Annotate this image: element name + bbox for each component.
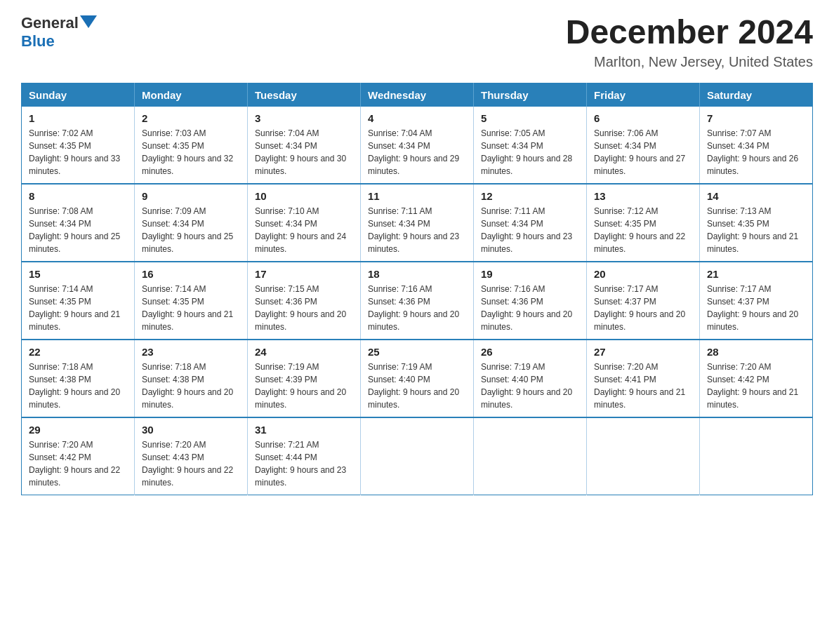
calendar-cell: 8Sunrise: 7:08 AMSunset: 4:34 PMDaylight… — [22, 184, 135, 262]
day-number: 12 — [481, 190, 579, 202]
day-number: 21 — [707, 268, 805, 280]
calendar-cell: 23Sunrise: 7:18 AMSunset: 4:38 PMDayligh… — [135, 340, 248, 417]
calendar-cell: 2Sunrise: 7:03 AMSunset: 4:35 PMDaylight… — [135, 107, 248, 184]
calendar-cell: 19Sunrise: 7:16 AMSunset: 4:36 PMDayligh… — [474, 262, 587, 340]
day-info: Sunrise: 7:16 AMSunset: 4:36 PMDaylight:… — [368, 283, 466, 333]
day-number: 19 — [481, 268, 579, 280]
logo-text: General Blue — [21, 14, 97, 51]
calendar-cell: 20Sunrise: 7:17 AMSunset: 4:37 PMDayligh… — [587, 262, 700, 340]
logo-blue: Blue — [21, 32, 55, 50]
calendar-cell: 15Sunrise: 7:14 AMSunset: 4:35 PMDayligh… — [22, 262, 135, 340]
day-number: 11 — [368, 190, 466, 202]
day-info: Sunrise: 7:11 AMSunset: 4:34 PMDaylight:… — [368, 205, 466, 255]
day-number: 13 — [594, 190, 692, 202]
calendar-cell: 14Sunrise: 7:13 AMSunset: 4:35 PMDayligh… — [700, 184, 813, 262]
day-number: 24 — [255, 346, 353, 358]
calendar-cell: 12Sunrise: 7:11 AMSunset: 4:34 PMDayligh… — [474, 184, 587, 262]
calendar-cell: 3Sunrise: 7:04 AMSunset: 4:34 PMDaylight… — [248, 107, 361, 184]
day-info: Sunrise: 7:12 AMSunset: 4:35 PMDaylight:… — [594, 205, 692, 255]
day-number: 27 — [594, 346, 692, 358]
calendar-cell: 16Sunrise: 7:14 AMSunset: 4:35 PMDayligh… — [135, 262, 248, 340]
weekday-header-monday: Monday — [135, 83, 248, 107]
day-number: 25 — [368, 346, 466, 358]
calendar-cell: 31Sunrise: 7:21 AMSunset: 4:44 PMDayligh… — [248, 417, 361, 495]
day-number: 3 — [255, 112, 353, 124]
day-info: Sunrise: 7:03 AMSunset: 4:35 PMDaylight:… — [142, 127, 240, 177]
day-info: Sunrise: 7:17 AMSunset: 4:37 PMDaylight:… — [707, 283, 805, 333]
day-number: 22 — [29, 346, 127, 358]
calendar-cell: 5Sunrise: 7:05 AMSunset: 4:34 PMDaylight… — [474, 107, 587, 184]
day-info: Sunrise: 7:09 AMSunset: 4:34 PMDaylight:… — [142, 205, 240, 255]
day-number: 9 — [142, 190, 240, 202]
calendar-cell: 27Sunrise: 7:20 AMSunset: 4:41 PMDayligh… — [587, 340, 700, 417]
weekday-header-row: SundayMondayTuesdayWednesdayThursdayFrid… — [22, 83, 813, 107]
day-number: 10 — [255, 190, 353, 202]
logo-triangle-icon — [80, 15, 97, 28]
page-header: General Blue December 2024 Marlton, New … — [21, 14, 813, 70]
day-number: 29 — [29, 424, 127, 436]
day-info: Sunrise: 7:20 AMSunset: 4:41 PMDaylight:… — [594, 361, 692, 411]
day-info: Sunrise: 7:20 AMSunset: 4:43 PMDaylight:… — [142, 438, 240, 489]
logo: General Blue — [21, 14, 97, 51]
calendar-cell: 7Sunrise: 7:07 AMSunset: 4:34 PMDaylight… — [700, 107, 813, 184]
calendar-cell: 26Sunrise: 7:19 AMSunset: 4:40 PMDayligh… — [474, 340, 587, 417]
day-info: Sunrise: 7:07 AMSunset: 4:34 PMDaylight:… — [707, 127, 805, 177]
calendar-cell: 22Sunrise: 7:18 AMSunset: 4:38 PMDayligh… — [22, 340, 135, 417]
day-info: Sunrise: 7:20 AMSunset: 4:42 PMDaylight:… — [707, 361, 805, 411]
calendar-week-row: 22Sunrise: 7:18 AMSunset: 4:38 PMDayligh… — [22, 340, 813, 417]
day-info: Sunrise: 7:15 AMSunset: 4:36 PMDaylight:… — [255, 283, 353, 333]
day-number: 31 — [255, 424, 353, 436]
day-number: 2 — [142, 112, 240, 124]
weekday-header-tuesday: Tuesday — [248, 83, 361, 107]
calendar-week-row: 8Sunrise: 7:08 AMSunset: 4:34 PMDaylight… — [22, 184, 813, 262]
day-number: 16 — [142, 268, 240, 280]
calendar-cell — [700, 417, 813, 495]
weekday-header-sunday: Sunday — [22, 83, 135, 107]
day-number: 14 — [707, 190, 805, 202]
day-info: Sunrise: 7:14 AMSunset: 4:35 PMDaylight:… — [142, 283, 240, 333]
calendar-cell: 25Sunrise: 7:19 AMSunset: 4:40 PMDayligh… — [361, 340, 474, 417]
calendar-cell: 28Sunrise: 7:20 AMSunset: 4:42 PMDayligh… — [700, 340, 813, 417]
day-number: 5 — [481, 112, 579, 124]
day-number: 23 — [142, 346, 240, 358]
day-info: Sunrise: 7:21 AMSunset: 4:44 PMDaylight:… — [255, 438, 353, 489]
day-number: 8 — [29, 190, 127, 202]
day-info: Sunrise: 7:11 AMSunset: 4:34 PMDaylight:… — [481, 205, 579, 255]
calendar-cell: 18Sunrise: 7:16 AMSunset: 4:36 PMDayligh… — [361, 262, 474, 340]
calendar-cell: 9Sunrise: 7:09 AMSunset: 4:34 PMDaylight… — [135, 184, 248, 262]
day-number: 6 — [594, 112, 692, 124]
day-number: 26 — [481, 346, 579, 358]
weekday-header-saturday: Saturday — [700, 83, 813, 107]
location-subtitle: Marlton, New Jersey, United States — [566, 54, 813, 70]
calendar-cell: 11Sunrise: 7:11 AMSunset: 4:34 PMDayligh… — [361, 184, 474, 262]
day-number: 15 — [29, 268, 127, 280]
day-number: 7 — [707, 112, 805, 124]
calendar-cell: 21Sunrise: 7:17 AMSunset: 4:37 PMDayligh… — [700, 262, 813, 340]
day-info: Sunrise: 7:19 AMSunset: 4:39 PMDaylight:… — [255, 361, 353, 411]
day-info: Sunrise: 7:13 AMSunset: 4:35 PMDaylight:… — [707, 205, 805, 255]
logo-general: General — [21, 14, 79, 32]
day-number: 28 — [707, 346, 805, 358]
day-info: Sunrise: 7:20 AMSunset: 4:42 PMDaylight:… — [29, 438, 127, 489]
calendar-cell: 1Sunrise: 7:02 AMSunset: 4:35 PMDaylight… — [22, 107, 135, 184]
calendar-week-row: 15Sunrise: 7:14 AMSunset: 4:35 PMDayligh… — [22, 262, 813, 340]
day-info: Sunrise: 7:02 AMSunset: 4:35 PMDaylight:… — [29, 127, 127, 177]
calendar-cell: 29Sunrise: 7:20 AMSunset: 4:42 PMDayligh… — [22, 417, 135, 495]
day-info: Sunrise: 7:14 AMSunset: 4:35 PMDaylight:… — [29, 283, 127, 333]
month-title: December 2024 — [566, 14, 813, 51]
calendar-cell: 6Sunrise: 7:06 AMSunset: 4:34 PMDaylight… — [587, 107, 700, 184]
day-number: 30 — [142, 424, 240, 436]
calendar-cell: 17Sunrise: 7:15 AMSunset: 4:36 PMDayligh… — [248, 262, 361, 340]
calendar-cell: 30Sunrise: 7:20 AMSunset: 4:43 PMDayligh… — [135, 417, 248, 495]
day-number: 18 — [368, 268, 466, 280]
weekday-header-friday: Friday — [587, 83, 700, 107]
day-info: Sunrise: 7:19 AMSunset: 4:40 PMDaylight:… — [481, 361, 579, 411]
day-info: Sunrise: 7:17 AMSunset: 4:37 PMDaylight:… — [594, 283, 692, 333]
calendar-cell: 4Sunrise: 7:04 AMSunset: 4:34 PMDaylight… — [361, 107, 474, 184]
day-info: Sunrise: 7:06 AMSunset: 4:34 PMDaylight:… — [594, 127, 692, 177]
day-number: 4 — [368, 112, 466, 124]
day-info: Sunrise: 7:16 AMSunset: 4:36 PMDaylight:… — [481, 283, 579, 333]
day-info: Sunrise: 7:04 AMSunset: 4:34 PMDaylight:… — [255, 127, 353, 177]
day-info: Sunrise: 7:04 AMSunset: 4:34 PMDaylight:… — [368, 127, 466, 177]
calendar-cell — [361, 417, 474, 495]
